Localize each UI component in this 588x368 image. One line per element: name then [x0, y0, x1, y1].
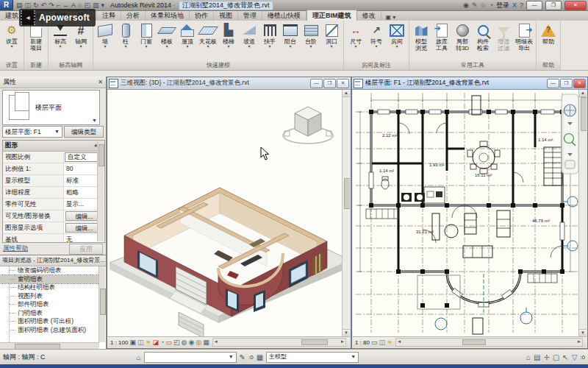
ceiling-button[interactable]: 天花板▾	[198, 22, 218, 49]
plan-vscrollbar[interactable]: ▲ ▼	[578, 90, 587, 336]
close-icon[interactable]: ✕	[105, 255, 106, 266]
tab-annotate[interactable]: 注释	[97, 10, 121, 21]
ramp-button[interactable]: 坡道▾	[239, 22, 259, 49]
restore-button[interactable]: ❐	[323, 79, 336, 88]
crop-view-icon[interactable]: ▭	[166, 338, 173, 347]
railing-button[interactable]: 扶手▾	[259, 22, 280, 49]
worksets-dropdown[interactable]: ▼	[144, 352, 237, 363]
view-window-plan-titlebar[interactable]: 楼层平面: F1 - 江湖别墅2014_修改背景色.rvt — ❐ ✕	[352, 77, 587, 90]
symbol-button[interactable]: ↗ 符号▾	[366, 22, 387, 49]
tab-collaborate[interactable]: 协作	[190, 10, 214, 21]
restore-button[interactable]: ❐	[545, 1, 562, 10]
stair-button[interactable]: ▙ 楼梯▾	[218, 22, 239, 49]
column-button[interactable]: 柱▾	[115, 22, 136, 49]
apply-button[interactable]: 应用	[69, 244, 103, 255]
press-drag-icon[interactable]: ✛	[543, 353, 549, 361]
tab-view[interactable]: 视图	[214, 10, 238, 21]
minimize-button[interactable]: —	[526, 1, 542, 10]
favorites-icon[interactable]: ☆	[480, 1, 486, 10]
roof-button[interactable]: 屋顶▾	[177, 22, 198, 49]
shadows-icon[interactable]: ◪	[153, 338, 159, 347]
view3d-vscrollbar[interactable]: ▲ ▼	[342, 90, 350, 336]
help-icon[interactable]: ?	[520, 1, 523, 10]
select-pin-icon[interactable]: ↖	[562, 353, 568, 361]
view-selector-combo[interactable]: 楼层平面: F1 ▼	[2, 126, 62, 138]
sun-path-icon[interactable]: ☀	[387, 338, 392, 347]
opening-button[interactable]: 洞口▾	[321, 22, 342, 49]
tab-analyze[interactable]: 分析	[121, 10, 146, 21]
plan-hscrollbar[interactable]: ◄ ►	[395, 338, 583, 347]
tree-item[interactable]: 部件明细表	[0, 300, 99, 309]
detail-level-icon[interactable]: ▣	[129, 338, 136, 347]
temporary-hide-icon[interactable]: ◉	[188, 338, 194, 347]
tree-item[interactable]: 面积明细表 (总建筑面积)	[0, 326, 99, 335]
communication-icon[interactable]: ✎	[472, 1, 478, 10]
worksets-icon[interactable]: ⌂	[137, 353, 141, 361]
design-options-icon[interactable]: ▦	[257, 353, 263, 361]
component-search-button[interactable]: 构件 检索	[473, 22, 493, 52]
tree-item[interactable]: 视图列表	[0, 292, 99, 301]
canvas-3d[interactable]: ▲ ▼	[108, 90, 350, 336]
steps-button[interactable]: 台阶▾	[301, 22, 321, 49]
close-button[interactable]: ✕	[337, 79, 349, 88]
door-window-button[interactable]: 门窗▾	[136, 22, 157, 49]
edit-type-button[interactable]: 编辑类型	[64, 126, 104, 138]
restore-button[interactable]: ❐	[560, 79, 573, 88]
application-menu-button[interactable]: R	[0, 0, 13, 10]
new-project-button[interactable]: ✱ 新建 项目	[26, 22, 46, 52]
canvas-plan[interactable]: 2.12 m² 1.14 m² 1.93 m² 16.11 m² 1.14 m²…	[353, 90, 587, 336]
exchange-apps-icon[interactable]: X	[512, 1, 517, 10]
help-button[interactable]: 帮助	[538, 22, 559, 45]
tree-item[interactable]: 结构柱明细表	[0, 283, 99, 292]
browser-vscrollbar[interactable]	[98, 266, 105, 342]
tab-glsmod[interactable]: 橄榄山快模	[262, 10, 306, 21]
analytical-icon[interactable]: ▦	[203, 338, 209, 347]
view-window-3d-titlebar[interactable]: 三维视图: {3D} - 江湖别墅2014_修改背景色.rvt — ❐ ✕	[107, 77, 351, 90]
exclude-options-icon[interactable]: ⌂	[526, 353, 531, 361]
model-browser-button[interactable]: 模型 浏览	[411, 22, 431, 52]
scale-label[interactable]: 1 : 80	[355, 339, 370, 346]
tree-item[interactable]: 面积明细表 (可出租)	[0, 317, 99, 326]
select-underlay-icon[interactable]: ▢	[553, 353, 559, 361]
viewcube[interactable]	[283, 107, 333, 144]
dimension-button[interactable]: ↔ 尺寸▾	[345, 22, 366, 49]
schedule-export-button[interactable]: 明细表 导出	[514, 22, 534, 52]
visual-style-icon[interactable]: ◫	[137, 338, 144, 347]
close-button[interactable]: ✕	[573, 79, 586, 88]
family-library-button[interactable]: 族库 工具	[431, 22, 452, 52]
properties-scrollbar[interactable]	[97, 141, 104, 241]
editing-requests-icon[interactable]: ✎	[240, 353, 245, 361]
visual-style-icon[interactable]: ◫	[379, 338, 386, 347]
design-options-dropdown[interactable]: 主模型 ▼	[266, 352, 359, 363]
close-button[interactable]: ✕	[564, 1, 587, 10]
tree-item[interactable]: 门明细表	[0, 309, 99, 318]
tab-massing-site[interactable]: 体量和场地	[146, 10, 190, 21]
ribbon-display-toggle-icon[interactable]: ▣ ▾	[386, 14, 396, 21]
navigation-bar[interactable]	[562, 94, 578, 174]
reveal-hidden-icon[interactable]: ◎	[196, 338, 201, 347]
balcony-button[interactable]: 阳台▾	[280, 22, 301, 49]
selection-filter-icon[interactable]: ▽	[572, 353, 578, 361]
switch-windows-icon[interactable]: ▾	[101, 1, 104, 10]
edit-model-icon[interactable]: ▤	[534, 353, 540, 361]
rendering-icon[interactable]: ◔	[160, 338, 164, 347]
signin-link[interactable]: 登录	[496, 1, 509, 10]
tab-modify[interactable]: 修改	[357, 10, 381, 21]
close-icon[interactable]: ✕	[98, 77, 103, 88]
partial-3d-button[interactable]: 局部 转3D	[452, 22, 473, 52]
minimize-button[interactable]: —	[547, 79, 559, 88]
minimize-button[interactable]: —	[310, 79, 323, 88]
settings-button[interactable]: ⚙ 设置▾	[1, 22, 22, 49]
tree-item[interactable]: 物资编码明细表	[0, 266, 99, 275]
section-graphics[interactable]: 图形 ★ ▴	[3, 141, 104, 152]
view3d-hscrollbar[interactable]: ◄ ►	[212, 338, 346, 347]
show-crop-icon[interactable]: ◰	[173, 338, 180, 347]
tab-manage[interactable]: 管理	[238, 10, 262, 21]
scale-label[interactable]: 1 : 100	[110, 339, 128, 346]
tab-lizheng-bim[interactable]: 理正BIM建筑	[306, 10, 357, 21]
room-button[interactable]: 房间▾	[387, 22, 407, 49]
lock-3d-icon[interactable]: ◍	[182, 338, 187, 347]
detail-level-icon[interactable]: ▭	[371, 338, 378, 347]
sun-path-icon[interactable]: ☀	[146, 338, 151, 347]
floor-button[interactable]: 楼板▾	[157, 22, 177, 49]
